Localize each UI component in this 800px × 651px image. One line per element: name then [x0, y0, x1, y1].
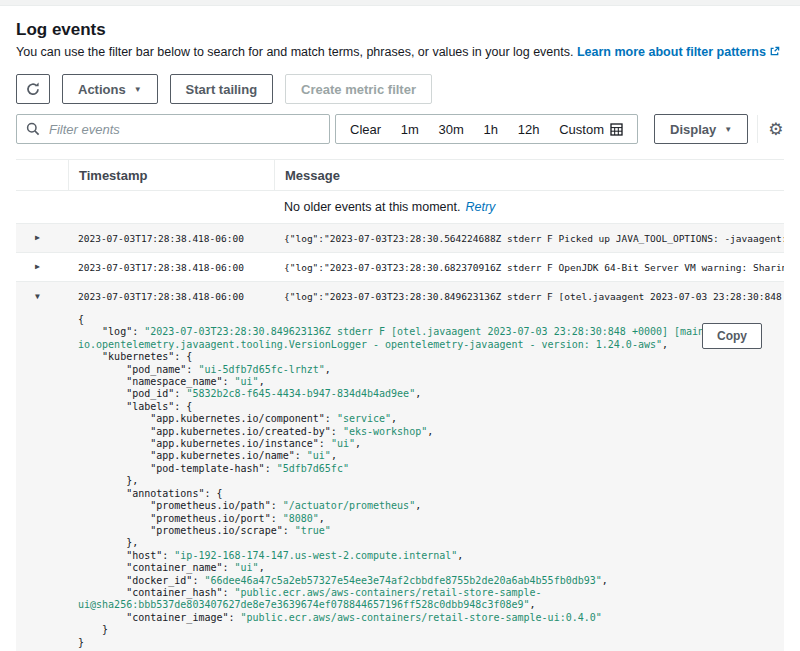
json-line: "app.kubernetes.io/component": "service"… [78, 413, 784, 425]
json-line: "prometheus.io/path": "/actuator/prometh… [78, 500, 784, 512]
time-range-30m[interactable]: 30m [439, 122, 464, 137]
json-line: "docker_id": "66dee46a47c5a2eb57327e54ee… [78, 575, 784, 587]
search-box [16, 114, 330, 144]
display-button[interactable]: Display ▼ [654, 114, 748, 144]
timestamp-cell: 2023-07-03T17:28:38.418-06:00 [68, 291, 274, 302]
json-line: "prometheus.io/scrape": "true" [78, 525, 784, 537]
time-range-control: Clear1m30m1h12hCustom [335, 114, 638, 144]
refresh-icon [25, 81, 41, 97]
gear-icon[interactable]: ⚙ [768, 121, 783, 138]
time-range-12h[interactable]: 12h [518, 122, 540, 137]
copy-button[interactable]: Copy [702, 323, 762, 349]
start-tailing-button[interactable]: Start tailing [170, 74, 274, 104]
json-line: "pod_name": "ui-5dfb7d65fc-lrhzt", [78, 364, 784, 376]
no-older-events-notice: No older events at this moment. Retry [16, 191, 784, 224]
log-events-table: Timestamp Message No older events at thi… [16, 159, 784, 651]
json-line: "container_name": "ui", [78, 562, 784, 574]
json-line: } [78, 624, 784, 636]
json-line: "app.kubernetes.io/name": "ui", [78, 450, 784, 462]
json-line: "pod-template-hash": "5dfb7d65fc" [78, 463, 784, 475]
time-range-1h[interactable]: 1h [484, 122, 498, 137]
message-cell: {"log":"2023-07-03T23:28:30.564224688Z s… [274, 233, 784, 244]
learn-more-link[interactable]: Learn more about filter patterns [577, 45, 780, 59]
json-line: "app.kubernetes.io/instance": "ui", [78, 438, 784, 450]
json-line: "pod_id": "5832b2c8-f645-4434-b947-834d4… [78, 388, 784, 400]
calendar-icon [610, 123, 623, 136]
page-title: Log events [16, 20, 784, 40]
refresh-button[interactable] [16, 74, 50, 104]
table-header: Timestamp Message [16, 159, 784, 191]
search-icon [26, 122, 40, 136]
chevron-down-icon: ▼ [724, 126, 732, 134]
log-events-panel: Log events You can use the filter bar be… [0, 6, 800, 651]
json-line: "container_image": "public.ecr.aws/aws-c… [78, 612, 784, 624]
json-line: "container_hash": "public.ecr.aws/aws-co… [78, 587, 784, 599]
time-range-custom[interactable]: Custom [559, 122, 623, 137]
message-cell: {"log":"2023-07-03T23:28:30.682370916Z s… [274, 262, 784, 273]
json-line: "log": "2023-07-03T23:28:30.849623136Z s… [78, 326, 784, 338]
json-line: "namespace_name": "ui", [78, 376, 784, 388]
filter-events-input[interactable] [47, 121, 320, 138]
expand-toggle-icon[interactable]: ▼ [16, 293, 68, 301]
message-cell: {"log":"2023-07-03T23:28:30.849623136Z s… [274, 291, 784, 302]
expand-column-header [16, 160, 68, 190]
expanded-event-panel: { "log": "2023-07-03T23:28:30.849623136Z… [16, 311, 784, 651]
json-line: }, [78, 537, 784, 549]
create-metric-filter-button[interactable]: Create metric filter [285, 74, 432, 104]
toolbar: Actions ▼ Start tailing Create metric fi… [16, 74, 784, 104]
json-line: "host": "ip-192-168-174-147.us-west-2.co… [78, 550, 784, 562]
json-line: ui@sha256:bbb537de803407627de8e7e3639674… [78, 599, 784, 611]
json-line: { [78, 314, 784, 326]
json-line: "kubernetes": { [78, 351, 784, 363]
log-table-body: ▶ 2023-07-03T17:28:38.418-06:00 {"log":"… [16, 224, 784, 311]
table-row: ▶ 2023-07-03T17:28:38.418-06:00 {"log":"… [16, 224, 784, 253]
json-line: } [78, 637, 784, 649]
event-json: { "log": "2023-07-03T23:28:30.849623136Z… [16, 314, 784, 649]
chevron-down-icon: ▼ [134, 86, 142, 94]
timestamp-cell: 2023-07-03T17:28:38.418-06:00 [68, 233, 274, 244]
timestamp-column-header: Timestamp [68, 160, 274, 190]
timestamp-cell: 2023-07-03T17:28:38.418-06:00 [68, 262, 274, 273]
expand-toggle-icon[interactable]: ▶ [16, 234, 68, 242]
json-line: }, [78, 475, 784, 487]
json-line: "prometheus.io/port": "8080", [78, 513, 784, 525]
json-line: "annotations": { [78, 488, 784, 500]
table-row: ▼ 2023-07-03T17:28:38.418-06:00 {"log":"… [16, 282, 784, 311]
vertical-divider [757, 115, 758, 143]
time-range-1m[interactable]: 1m [401, 122, 419, 137]
json-line: io.opentelemetry.javaagent.tooling.Versi… [78, 339, 784, 351]
page-description: You can use the filter bar below to sear… [16, 44, 784, 61]
json-line: "labels": { [78, 401, 784, 413]
json-line: "app.kubernetes.io/created-by": "eks-wor… [78, 426, 784, 438]
retry-link[interactable]: Retry [465, 200, 495, 214]
actions-button[interactable]: Actions ▼ [62, 74, 158, 104]
external-link-icon [769, 46, 780, 57]
filter-bar: Clear1m30m1h12hCustom Display ▼ ⚙ [16, 114, 784, 144]
table-row: ▶ 2023-07-03T17:28:38.418-06:00 {"log":"… [16, 253, 784, 282]
message-column-header: Message [274, 160, 784, 190]
time-range-clear[interactable]: Clear [350, 122, 381, 137]
description-text: You can use the filter bar below to sear… [16, 45, 573, 59]
expand-toggle-icon[interactable]: ▶ [16, 263, 68, 271]
